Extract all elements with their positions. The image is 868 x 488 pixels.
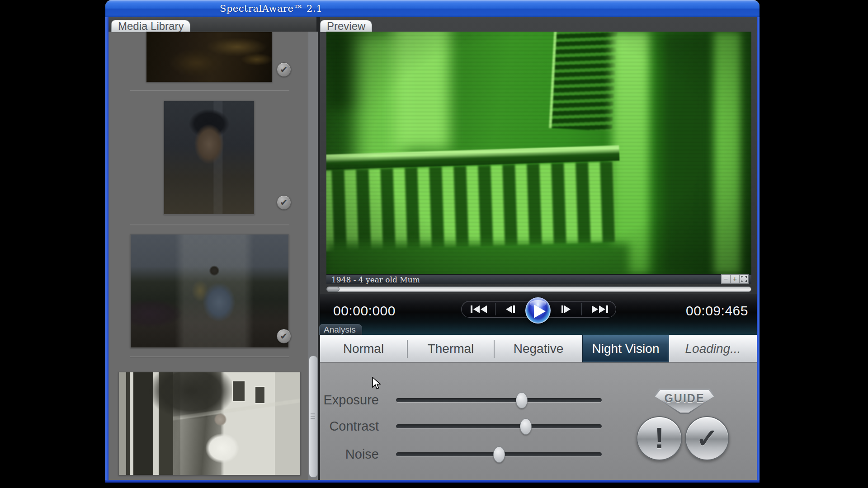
exposure-slider-track[interactable] (396, 398, 602, 402)
mode-button-thermal[interactable]: Thermal (408, 335, 494, 362)
slider-label-noise: Noise (316, 447, 379, 462)
skip-to-end-icon (591, 305, 608, 313)
window-border-left (105, 17, 108, 480)
play-icon (534, 305, 546, 318)
thumbnail-check-badge[interactable]: ✔ (277, 329, 291, 343)
window-border-right (757, 17, 760, 480)
tab-preview-label: Preview (327, 20, 365, 32)
mode-button-normal[interactable]: Normal (320, 335, 407, 362)
duration-time: 00:09:465 (686, 303, 745, 317)
confirm-button[interactable]: ✓ (685, 416, 729, 460)
mode-button-night-vision[interactable]: Night Vision (582, 335, 669, 362)
library-thumbnail-1[interactable] (146, 32, 272, 82)
mouse-cursor (372, 377, 382, 390)
transport-separator (581, 303, 582, 315)
noise-slider-thumb[interactable] (493, 446, 505, 463)
video-vignette (326, 32, 751, 274)
video-caption-bar: 1948 - 4 year old Mum (326, 274, 751, 284)
fullscreen-button[interactable] (739, 274, 749, 284)
list-divider (130, 224, 289, 225)
library-thumbnail-4[interactable] (118, 372, 301, 475)
tab-analysis-label: Analysis (324, 325, 356, 334)
exposure-slider-thumb[interactable] (516, 392, 528, 408)
fullscreen-icon (741, 276, 747, 282)
slider-label-contrast: Contrast (316, 419, 379, 434)
analysis-panel (320, 362, 757, 480)
title-bar[interactable]: SpectralAware™ 2.1 (105, 0, 760, 17)
skip-to-end-button[interactable] (590, 305, 609, 313)
skip-to-start-icon (471, 305, 488, 313)
tab-media-library[interactable]: Media Library (111, 20, 190, 32)
frame-forward-button[interactable] (561, 305, 571, 313)
seek-bar-thumb[interactable] (327, 287, 340, 291)
library-thumbnail-3[interactable] (130, 234, 289, 348)
check-icon: ✓ (696, 423, 718, 454)
video-caption: 1948 - 4 year old Mum (331, 275, 420, 284)
contrast-slider-thumb[interactable] (520, 418, 532, 435)
transport-separator (495, 303, 495, 315)
tab-preview[interactable]: Preview (320, 20, 372, 32)
frame-back-button[interactable] (505, 305, 516, 313)
frame-forward-icon (561, 305, 571, 313)
play-button[interactable] (525, 297, 551, 324)
tab-media-library-label: Media Library (118, 20, 184, 32)
thumbnail-check-badge[interactable]: ✔ (277, 62, 291, 77)
screen: SpectralAware™ 2.1 Media Library ✔ ✔ ✔ P… (0, 0, 868, 488)
alert-icon: ! (655, 422, 664, 455)
skip-to-start-button[interactable] (470, 305, 488, 313)
seek-bar-track[interactable] (326, 286, 751, 292)
zoom-out-button[interactable]: − (721, 274, 731, 284)
list-divider (130, 90, 289, 91)
library-thumbnail-2[interactable] (164, 101, 255, 215)
mode-button-negative[interactable]: Negative (495, 335, 582, 362)
scrollbar-grip (311, 413, 315, 414)
thumbnail-check-badge[interactable]: ✔ (277, 195, 291, 210)
photo-window-detail (255, 386, 265, 404)
contrast-slider-track[interactable] (396, 424, 602, 428)
tab-analysis[interactable]: Analysis (319, 324, 362, 335)
zoom-in-button[interactable]: + (730, 274, 740, 284)
slider-label-exposure: Exposure (316, 393, 379, 408)
list-divider (130, 357, 289, 357)
alert-button[interactable]: ! (637, 416, 682, 460)
preview-zoom-controls: − + (722, 274, 749, 284)
window-border-bottom (105, 480, 760, 483)
video-viewport[interactable] (326, 32, 751, 274)
app-title: SpectralAware™ 2.1 (220, 3, 322, 14)
frame-back-icon (505, 305, 516, 313)
elapsed-time: 00:00:000 (333, 303, 392, 317)
mode-button-loading[interactable]: Loading... (669, 335, 757, 362)
photo-window-detail (232, 380, 245, 402)
